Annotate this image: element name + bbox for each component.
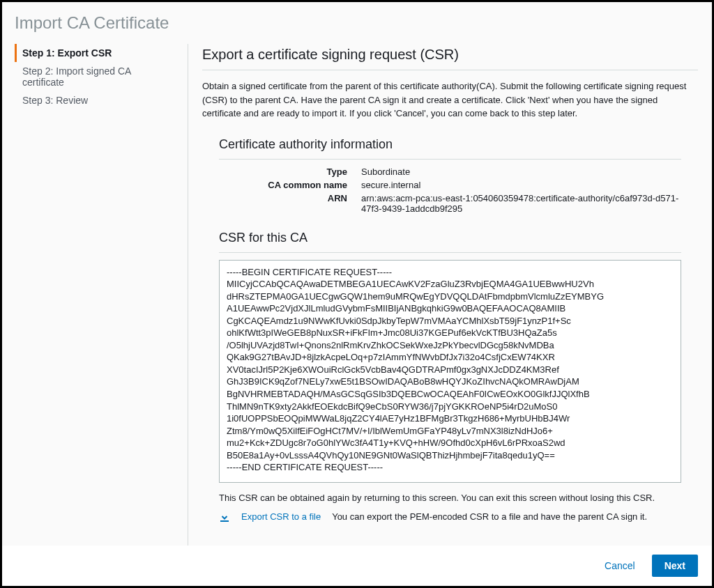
step-label: Step 3: Review	[22, 95, 88, 106]
ca-info-section: Certificate authority information Type S…	[202, 137, 698, 231]
csr-textarea[interactable]	[219, 260, 681, 483]
main-panel: Export a certificate signing request (CS…	[188, 44, 698, 546]
next-button[interactable]: Next	[652, 555, 698, 577]
cancel-button[interactable]: Cancel	[598, 555, 642, 577]
step-label: Step 1: Export CSR	[22, 47, 112, 59]
export-row: Export CSR to a file You can export the …	[219, 511, 681, 523]
step-1-export-csr[interactable]: Step 1: Export CSR	[15, 44, 174, 62]
ca-info-heading: Certificate authority information	[219, 137, 681, 160]
type-value: Subordinate	[361, 167, 681, 177]
step-2-import-signed[interactable]: Step 2: Import signed CA certificate	[15, 62, 174, 91]
export-csr-link[interactable]: Export CSR to a file	[241, 511, 321, 522]
wizard-steps: Step 1: Export CSR Step 2: Import signed…	[15, 44, 188, 546]
csr-section: CSR for this CA This CSR can be obtained…	[202, 231, 698, 523]
app-frame: Import CA Certificate Step 1: Export CSR…	[0, 0, 714, 588]
step-3-review[interactable]: Step 3: Review	[15, 91, 174, 109]
type-label: Type	[219, 167, 347, 177]
intro-text: Obtain a signed certificate from the par…	[202, 79, 698, 121]
content-area: Import CA Certificate Step 1: Export CSR…	[2, 2, 712, 546]
common-name-value: secure.internal	[361, 180, 681, 190]
csr-heading: CSR for this CA	[219, 231, 681, 253]
csr-note: This CSR can be obtained again by return…	[219, 493, 681, 503]
download-icon	[219, 511, 230, 523]
arn-value: arn:aws:acm-pca:us-east-1:054060359478:c…	[361, 193, 681, 214]
section-heading-export-csr: Export a certificate signing request (CS…	[202, 44, 698, 70]
page-title: Import CA Certificate	[15, 13, 698, 33]
wizard-footer: Cancel Next	[2, 546, 712, 586]
columns: Step 1: Export CSR Step 2: Import signed…	[15, 44, 698, 546]
arn-label: ARN	[219, 193, 347, 214]
common-name-label: CA common name	[219, 180, 347, 190]
ca-info-table: Type Subordinate CA common name secure.i…	[219, 167, 681, 231]
export-desc: You can export the PEM-encoded CSR to a …	[332, 511, 647, 522]
step-label: Step 2: Import signed CA certificate	[22, 65, 131, 88]
